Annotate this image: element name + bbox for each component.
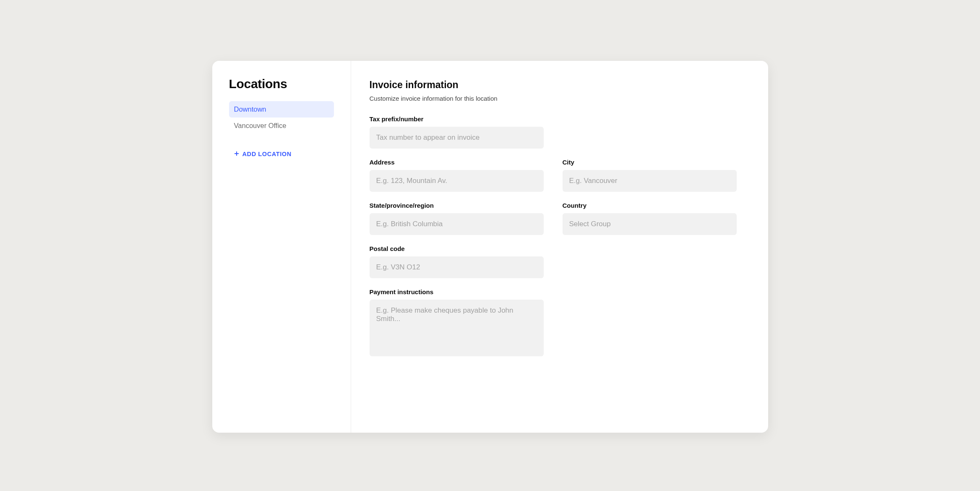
main-content: Invoice information Customize invoice in… — [351, 61, 768, 433]
sidebar-list: Downtown Vancouver Office — [229, 101, 334, 134]
sidebar: Locations Downtown Vancouver Office ADD … — [212, 61, 351, 433]
country-label: Country — [563, 202, 737, 209]
sidebar-item-downtown[interactable]: Downtown — [229, 101, 334, 118]
sidebar-item-label: Downtown — [234, 105, 266, 113]
form-row: Address City — [370, 159, 737, 192]
city-label: City — [563, 159, 737, 166]
city-input[interactable] — [563, 170, 737, 192]
form-group-city: City — [563, 159, 737, 192]
form-group-address: Address — [370, 159, 544, 192]
add-location-button[interactable]: ADD LOCATION — [229, 147, 297, 161]
state-input[interactable] — [370, 213, 544, 235]
sidebar-title: Locations — [229, 77, 334, 91]
address-label: Address — [370, 159, 544, 166]
country-select[interactable]: Select Group — [563, 213, 737, 235]
sidebar-item-vancouver-office[interactable]: Vancouver Office — [229, 118, 334, 134]
form-row: Tax prefix/number — [370, 115, 737, 149]
form-row: State/province/region Country Select Gro… — [370, 202, 737, 235]
form-group-state: State/province/region — [370, 202, 544, 235]
payment-instructions-label: Payment instructions — [370, 288, 544, 295]
tax-prefix-input[interactable] — [370, 127, 544, 149]
add-location-label: ADD LOCATION — [242, 151, 292, 157]
form-group-postal: Postal code — [370, 245, 544, 278]
plus-icon — [234, 151, 239, 157]
settings-card: Locations Downtown Vancouver Office ADD … — [212, 61, 768, 433]
main-subtitle: Customize invoice information for this l… — [370, 95, 737, 102]
form-group-payment-instructions: Payment instructions — [370, 288, 544, 356]
address-input[interactable] — [370, 170, 544, 192]
form-group-tax-prefix: Tax prefix/number — [370, 115, 544, 149]
sidebar-item-label: Vancouver Office — [234, 122, 287, 129]
form-row: Payment instructions — [370, 288, 737, 356]
main-title: Invoice information — [370, 79, 737, 91]
postal-label: Postal code — [370, 245, 544, 252]
form-group-country: Country Select Group — [563, 202, 737, 235]
form-row: Postal code — [370, 245, 737, 278]
tax-prefix-label: Tax prefix/number — [370, 115, 544, 123]
payment-instructions-textarea[interactable] — [370, 300, 544, 356]
state-label: State/province/region — [370, 202, 544, 209]
postal-input[interactable] — [370, 256, 544, 278]
